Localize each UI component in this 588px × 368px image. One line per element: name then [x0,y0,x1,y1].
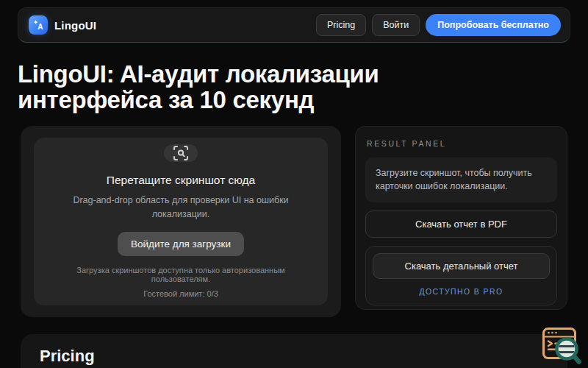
upload-card: Перетащите скриншот сюда Drag-and-drop о… [21,126,341,317]
translate-sparkle-icon: A [29,15,48,35]
guest-limit-counter: Гостевой лимит: 0/3 [143,289,218,298]
nav-actions: Pricing Войти Попробовать бесплатно [316,14,561,36]
download-detailed-report-button[interactable]: Скачать детальный отчет [373,253,550,279]
navbar: A LingoUI Pricing Войти Попробовать бесп… [18,7,570,43]
login-to-upload-button[interactable]: Войдите для загрузки [118,232,244,256]
dropzone-auth-note: Загрузка скриншотов доступна только авто… [51,266,310,283]
brand-name: LingoUI [54,19,96,32]
screenshot-dropzone[interactable]: Перетащите скриншот сюда Drag-and-drop о… [34,138,328,305]
nav-login-button[interactable]: Войти [372,14,420,36]
browser-search-icon [537,324,584,367]
detailed-report-card: Скачать детальный отчет ДОСТУПНО В PRO [365,246,557,305]
nav-pricing-button[interactable]: Pricing [316,14,366,36]
result-empty-message: Загрузите скриншот, чтобы получить карто… [365,158,557,203]
pro-availability-badge: ДОСТУПНО В PRO [373,287,550,296]
pricing-section: Pricing Тарифы для разных сценариев кома… [21,334,567,368]
brand[interactable]: A LingoUI [29,15,96,35]
svg-text:A: A [37,23,43,31]
download-pdf-button[interactable]: Скачать отчет в PDF [365,210,557,238]
main-content: Перетащите скриншот сюда Drag-and-drop о… [21,126,567,317]
nav-try-free-button[interactable]: Попробовать бесплатно [426,14,561,36]
dropzone-description: Drag-and-drop область для проверки UI на… [67,194,295,220]
pricing-title: Pricing [40,347,548,366]
result-panel: RESULT PANEL Загрузите скриншот, чтобы п… [355,126,567,310]
dropzone-title: Перетащите скриншот сюда [107,174,255,187]
scan-search-icon [164,144,198,162]
page-title: LingoUI: AI-аудит локализации интерфейса… [18,61,570,113]
result-panel-label: RESULT PANEL [367,139,557,148]
